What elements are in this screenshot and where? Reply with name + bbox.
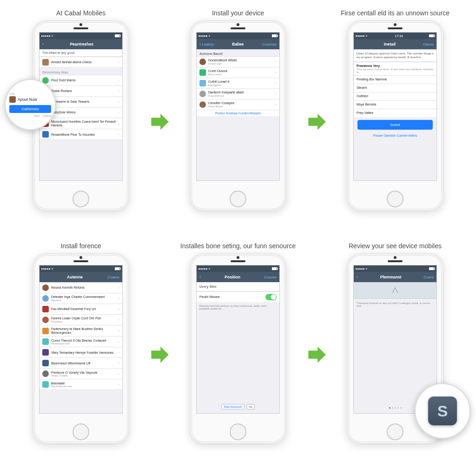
nav-back-button[interactable]: ‹	[357, 275, 358, 279]
arrow-1	[148, 9, 171, 234]
app-icon	[42, 295, 49, 302]
list-row[interactable]: Cothit Lonari tlEaertgprion›	[197, 78, 279, 88]
nav-bar: Autenne Coares	[40, 272, 122, 282]
chevron-right-icon: ›	[275, 102, 277, 107]
step-6: Review your see device mobiles ᯤ ‹ Plemm…	[328, 242, 462, 467]
chevron-left-icon: ‹	[199, 42, 201, 46]
nav-back-button[interactable]: ‹	[199, 275, 201, 279]
toggle-row[interactable]: Peolid Ntosee	[197, 291, 279, 302]
description-text: Thentsad Imasrer er aey sur ofes Cosengn…	[354, 299, 436, 310]
list-row[interactable]: Peot Todd Marns›	[40, 75, 122, 86]
footer-link[interactable]: Poneur Tossicae Cosden Micepes	[197, 110, 279, 116]
chevron-right-icon: ›	[118, 350, 119, 355]
home-button[interactable]	[230, 423, 246, 440]
list-row[interactable]: Stesert	[354, 84, 436, 92]
list-row[interactable]: Prep Vaitee	[354, 109, 436, 117]
list-row[interactable]: Cored Theroct Il Olls Beener CodaceeAles…	[40, 336, 122, 347]
speaker-slot	[231, 27, 245, 29]
app-icon	[42, 338, 49, 345]
chevron-right-icon: ›	[118, 89, 119, 93]
list-row[interactable]: Fannre Leaer Ceple Cord Ore PistTenniflo…	[40, 314, 122, 325]
nav-right-button[interactable]: Coscen	[264, 275, 277, 279]
app-icon	[42, 317, 49, 323]
arrow-2	[305, 9, 328, 234]
battery-icon	[429, 267, 435, 270]
list-row[interactable]: Dondndliksnt WitstsFunent etert›	[197, 56, 279, 67]
sensor-dot	[394, 23, 397, 26]
list-row[interactable]: Resamillisne Peer To Incontes›	[40, 129, 122, 140]
magnify-primary-button[interactable]: Catformes	[9, 105, 51, 113]
magnify-secondary-a[interactable]: Next	[34, 114, 40, 117]
phone-screen: ᯤ ‹ Position Coscen Uvery Silor Peolid N…	[196, 265, 280, 414]
chevron-left-icon: ‹	[357, 275, 358, 279]
list-row[interactable]: BeenalallFlig Prefsroen test›	[40, 379, 122, 390]
list-row[interactable]: Danterm Inseparfe alladlFrounarermid›	[197, 88, 279, 99]
list-row[interactable]: Fadertonery te Mare Busther Dediol Beveo…	[40, 325, 122, 336]
nav-back-button[interactable]: ‹	[42, 42, 44, 46]
list-row[interactable]: Corel OuscutBons stneer›	[197, 67, 279, 78]
chevron-right-icon: ›	[118, 361, 119, 365]
list-row[interactable]: Bisermeed Wllominame Ufl›	[40, 357, 122, 368]
list-row[interactable]: Outtbed	[354, 92, 436, 100]
wifi-icon: ᯤ	[208, 267, 212, 271]
list-row[interactable]: Pmeting Bor Narnme	[354, 75, 436, 84]
list-row[interactable]: Msye Bervide	[354, 100, 436, 109]
sensor-dot	[394, 256, 397, 259]
nav-right-button[interactable]: Coares	[107, 275, 119, 279]
list-row[interactable]: Penteore O Vonefy Vils VeyoorkPasey Oure…	[40, 368, 122, 379]
app-icon	[42, 360, 49, 366]
primary-button[interactable]: Somd	[357, 120, 433, 130]
nav-back-button[interactable]: ‹Leathly	[199, 42, 214, 46]
info-text: Daast 12 hargost ngrarmon fuerd merls. T…	[354, 49, 436, 62]
nav-right-button[interactable]: Coere	[423, 275, 434, 279]
nav-right-button[interactable]: Cosense	[262, 42, 277, 46]
home-button[interactable]	[73, 191, 89, 207]
chevron-right-icon: ›	[118, 296, 119, 301]
arrow-right-icon	[306, 112, 327, 132]
screen-content: Resest Kermth Refonis› Delester Inge Cha…	[40, 282, 122, 413]
home-button[interactable]	[73, 423, 89, 440]
seg-button-b[interactable]: Ist	[246, 404, 255, 410]
step-4-caption: Install forence	[60, 242, 101, 250]
seg-button-a[interactable]: Shes Astonmon	[221, 404, 245, 410]
chevron-right-icon: ›	[118, 99, 119, 104]
list-row[interactable]: Fas Mindiadl Kesemet Fory Un›	[40, 304, 122, 314]
list-row[interactable]: Cenulter CosayeeFreinf Bloner›	[197, 99, 279, 110]
magnify-secondary-b[interactable]: Cancel	[42, 114, 51, 117]
section-title: Desonensey Iteas	[40, 68, 122, 75]
list-row[interactable]: Pravainns VeryFoss the party. Corned ele…	[354, 62, 436, 75]
nav-bar: ‹Leathly Baliee Cosense	[197, 39, 279, 49]
app-icon	[42, 131, 49, 138]
home-button[interactable]	[230, 191, 246, 207]
app-icon	[9, 96, 16, 103]
list-row[interactable]: Vitey Temantary Henrye Fuseller Inereone…	[40, 347, 122, 357]
list-row[interactable]: Delester Inge Charter CommnemeertPiponio…	[40, 293, 122, 304]
sensor-dot	[237, 23, 239, 26]
nav-title: Peantreshes	[70, 42, 93, 46]
footer-link[interactable]: Phoser Gareston Comere Anters	[354, 132, 436, 139]
description-text: Masrary itannart pertoor oy biay rorrecn…	[197, 302, 279, 312]
screen-content: Daast 12 hargost ngrarmon fuerd merls. T…	[354, 49, 436, 180]
app-icon	[42, 370, 49, 377]
list-row[interactable]: Resest Kermth Refonis›	[40, 282, 122, 293]
list-row[interactable]: Ancact tannial alsbra cmess›	[40, 57, 122, 68]
dollar-icon: S	[437, 402, 448, 420]
nav-bar: ‹ Peantreshes	[40, 39, 122, 49]
battery-icon	[115, 267, 120, 270]
battery-icon	[429, 34, 435, 37]
section-title: Aumone Baunt	[197, 49, 279, 56]
segmented-buttons: Shes Astonmon Ist	[197, 402, 279, 411]
app-icon-large: S	[428, 397, 457, 425]
nav-right-button[interactable]: Osens	[423, 42, 434, 46]
magnify-app-name: Apoot Now	[18, 97, 37, 102]
home-button[interactable]	[387, 191, 403, 207]
toggle-switch[interactable]	[265, 294, 277, 300]
nav-bar: Inetad Osens	[354, 39, 436, 49]
list-row[interactable]: Monoduard Hurettns Coara bend Ter Penavi…	[40, 118, 122, 129]
sub-heading: The efiact le lary grout	[40, 49, 122, 57]
step-1: At Cabal Mobiles ᯤ ‹ Peantreshes The efi…	[14, 9, 148, 234]
home-button[interactable]	[387, 423, 403, 440]
chevron-right-icon: ›	[118, 121, 119, 126]
step-3-caption: Firse centall eld its an unnown source	[341, 9, 450, 17]
chevron-right-icon: ›	[275, 92, 277, 96]
